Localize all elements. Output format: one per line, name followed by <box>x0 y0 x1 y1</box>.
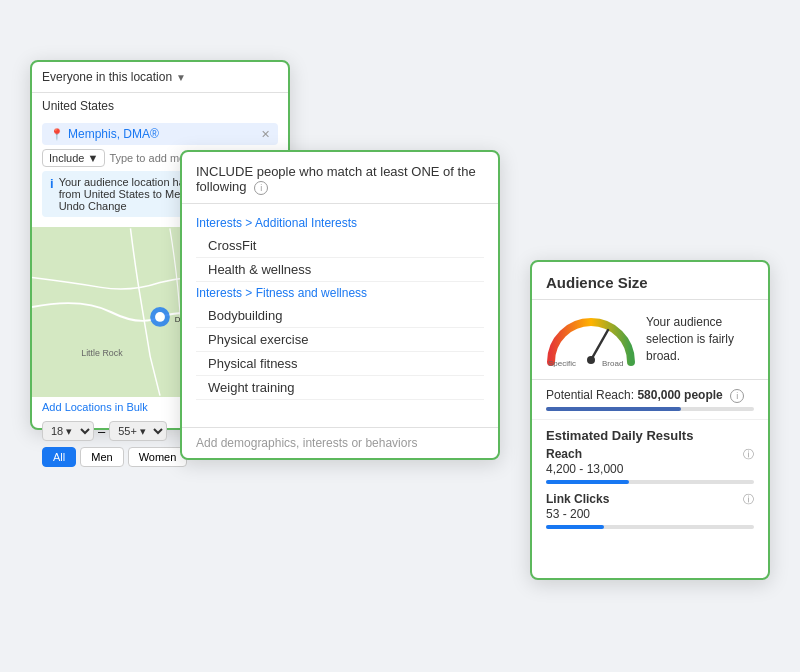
link-clicks-result-row: Link Clicks ⓘ <box>546 492 754 507</box>
gender-all-button[interactable]: All <box>42 447 76 467</box>
reach-bar-fill <box>546 407 681 411</box>
estimated-results-section: Estimated Daily Results Reach ⓘ 4,200 - … <box>532 420 768 545</box>
potential-reach-value: 580,000 people <box>637 388 722 402</box>
reach-bar-fill-blue <box>546 480 629 484</box>
estimated-title: Estimated Daily Results <box>546 428 754 443</box>
interest-item-weight-training: Weight training <box>196 376 484 400</box>
potential-reach-label: Potential Reach: <box>546 388 634 402</box>
interests-panel: INCLUDE people who match at least ONE of… <box>180 150 500 460</box>
age-separator: – <box>98 424 105 439</box>
interests-header: INCLUDE people who match at least ONE of… <box>182 152 498 204</box>
audience-panel: Audience Size <box>530 260 770 580</box>
reach-result-row: Reach ⓘ <box>546 447 754 462</box>
potential-reach-info-icon[interactable]: i <box>730 389 744 403</box>
potential-reach-section: Potential Reach: 580,000 people i <box>532 380 768 420</box>
gauge-svg: Specific Broad <box>546 312 636 367</box>
add-demographics-bar[interactable]: Add demographics, interests or behaviors <box>182 427 498 458</box>
link-clicks-value: 53 - 200 <box>546 507 754 521</box>
interest-category-2: Interests > Fitness and wellness <box>196 286 484 300</box>
interest-item-crossfit: CrossFit <box>196 234 484 258</box>
main-container: Everyone in this location ▼ United State… <box>0 0 800 672</box>
include-arrow-icon: ▼ <box>87 152 98 164</box>
include-label: Include <box>49 152 84 164</box>
reach-bar <box>546 407 754 411</box>
svg-point-4 <box>155 312 165 322</box>
info-icon: i <box>50 176 54 191</box>
location-header: Everyone in this location ▼ <box>32 62 288 93</box>
audience-title: Audience Size <box>532 262 768 300</box>
country-label: United States <box>32 95 288 117</box>
reach-label: Reach <box>546 447 582 461</box>
interests-header-text: INCLUDE people who match at least ONE of… <box>196 164 476 194</box>
age-to-select[interactable]: 55+ ▾ <box>109 421 167 441</box>
link-clicks-result-bar <box>546 525 754 529</box>
interests-info-icon[interactable]: i <box>254 181 268 195</box>
dropdown-arrow-icon: ▼ <box>176 72 186 83</box>
audience-description: Your audience selection is fairly broad. <box>646 314 754 364</box>
link-clicks-info-icon[interactable]: ⓘ <box>743 492 754 507</box>
link-clicks-label: Link Clicks <box>546 492 609 506</box>
reach-value: 4,200 - 13,000 <box>546 462 754 476</box>
location-pin-icon: 📍 <box>50 128 64 141</box>
gender-men-button[interactable]: Men <box>80 447 123 467</box>
interest-item-physical-fitness: Physical fitness <box>196 352 484 376</box>
svg-point-7 <box>587 356 595 364</box>
age-from-select[interactable]: 18 ▾ <box>42 421 94 441</box>
svg-line-6 <box>591 330 608 360</box>
location-tag: 📍 Memphis, DMA® ✕ <box>42 123 278 145</box>
gender-women-button[interactable]: Women <box>128 447 188 467</box>
link-clicks-bar-fill <box>546 525 604 529</box>
gauge-container: Specific Broad <box>546 312 636 367</box>
interest-category-1: Interests > Additional Interests <box>196 216 484 230</box>
svg-text:Specific: Specific <box>548 359 576 367</box>
interest-item-health: Health & wellness <box>196 258 484 282</box>
interest-item-bodybuilding: Bodybuilding <box>196 304 484 328</box>
interest-item-physical-exercise: Physical exercise <box>196 328 484 352</box>
reach-result-bar <box>546 480 754 484</box>
interests-body: Interests > Additional Interests CrossFi… <box>182 204 498 408</box>
include-button[interactable]: Include ▼ <box>42 149 105 167</box>
svg-text:Broad: Broad <box>602 359 623 367</box>
gauge-section: Specific Broad Your audience selection i… <box>532 300 768 380</box>
reach-info-icon[interactable]: ⓘ <box>743 447 754 462</box>
svg-text:Little Rock: Little Rock <box>81 348 123 358</box>
add-demographics-placeholder: Add demographics, interests or behaviors <box>196 436 417 450</box>
remove-location-icon[interactable]: ✕ <box>261 128 270 141</box>
location-tag-text: Memphis, DMA® <box>68 127 159 141</box>
everyone-dropdown[interactable]: Everyone in this location ▼ <box>42 70 278 84</box>
dropdown-label: Everyone in this location <box>42 70 172 84</box>
